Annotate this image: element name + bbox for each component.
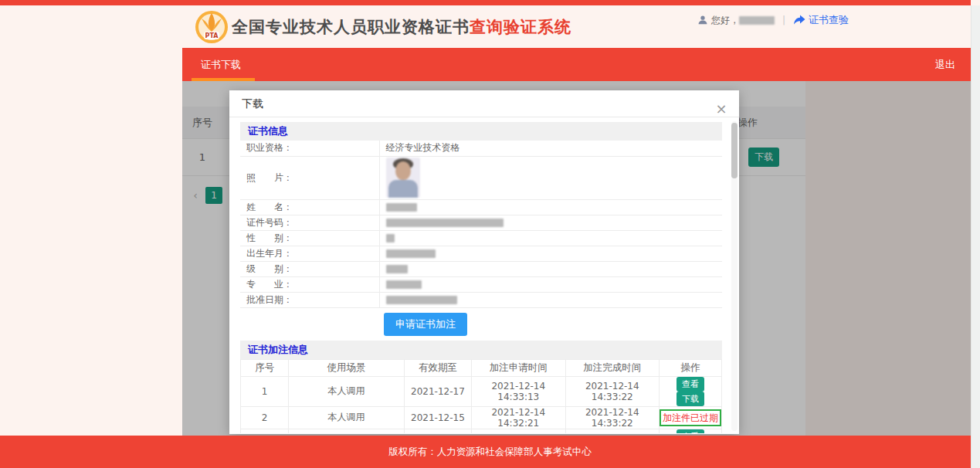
masked-major <box>386 280 422 289</box>
major-label: 专 业： <box>240 276 379 292</box>
share-arrow-icon <box>793 15 805 25</box>
birth-label: 出生年月： <box>240 246 379 261</box>
col-valid-until: 有效期至 <box>404 359 471 376</box>
gender-value <box>379 230 722 246</box>
approval-label: 批准日期： <box>240 292 379 307</box>
col-complete-time: 加注完成时间 <box>565 359 659 376</box>
applicant-photo <box>386 158 420 198</box>
view-button[interactable]: 查看 <box>677 377 704 392</box>
user-bar: 您好， | 证书查验 <box>697 13 849 27</box>
field-gender: 性 别： <box>240 230 722 246</box>
cell-complete-time: 2021-12-14 14:33:22 <box>565 376 659 406</box>
section-cert-info: 证书信息 <box>240 122 722 141</box>
cell-scene: 本人调用 <box>289 429 405 433</box>
field-id-number: 证件号码： <box>240 215 722 230</box>
cell-valid-until: 2021-12-16 <box>404 429 471 433</box>
field-major: 专 业： <box>240 276 722 292</box>
page-scrollbar[interactable] <box>971 5 980 468</box>
tab-cert-download[interactable]: 证书下载 <box>182 48 259 81</box>
masked-approval-date <box>386 296 457 304</box>
apply-annotation-button[interactable]: 申请证书加注 <box>384 313 467 336</box>
download-button[interactable]: 下载 <box>677 392 704 406</box>
page-title-main: 全国专业技术人员职业资格证书 <box>232 18 470 36</box>
page-header: PTA 全国专业技术人员职业资格证书查询验证系统 您好， | 证书查验 <box>182 5 971 48</box>
cell-complete-time: 2021-12-14 14:33:22 <box>565 406 659 429</box>
qualification-value: 经济专业技术资格 <box>379 141 722 156</box>
col-actions: 操作 <box>660 359 722 376</box>
section-annotation-info: 证书加注信息 <box>240 341 722 359</box>
gender-label: 性 别： <box>240 230 379 246</box>
cell-complete-time: 2021-12-14 14:33:22 <box>565 429 659 433</box>
cell-valid-until: 2021-12-17 <box>404 376 471 406</box>
id-label: 证件号码： <box>240 215 379 230</box>
cell-apply-time: 2021-12-14 14:32:02 <box>472 429 565 433</box>
masked-level <box>386 265 408 273</box>
page-title: 全国专业技术人员职业资格证书查询验证系统 <box>232 16 571 38</box>
cell-actions: 查看 下载 <box>660 376 722 406</box>
cell-apply-time: 2021-12-14 14:32:21 <box>472 406 565 429</box>
major-value <box>379 276 722 292</box>
field-name: 姓 名： <box>240 199 722 215</box>
cert-info-table: 职业资格： 经济专业技术资格 照 片： 姓 名： 证件号码： <box>240 141 722 308</box>
cell-scene: 本人调用 <box>289 406 405 429</box>
modal-scrollbar <box>731 121 738 431</box>
modal-body: 证书信息 职业资格： 经济专业技术资格 照 片： 姓 名： 证件号码： <box>229 117 739 433</box>
top-accent-strip <box>0 0 971 5</box>
annotation-row: 3 本人调用 2021-12-16 2021-12-14 14:32:02 20… <box>241 429 722 433</box>
level-label: 级 别： <box>240 261 379 276</box>
cell-scene: 本人调用 <box>289 376 405 406</box>
svg-text:PTA: PTA <box>205 32 219 39</box>
nav-bar: 证书下载 退出 <box>182 48 971 81</box>
masked-birth <box>386 249 436 258</box>
logout-button[interactable]: 退出 <box>935 48 955 81</box>
modal-scrollbar-thumb[interactable] <box>731 123 738 178</box>
modal-title: 下载 <box>242 97 263 110</box>
masked-name <box>386 203 417 212</box>
annotation-table-header: 序号 使用场景 有效期至 加注申请时间 加注完成时间 操作 <box>241 359 722 376</box>
col-apply-time: 加注申请时间 <box>472 359 565 376</box>
cell-actions: 查看 下载 <box>660 429 722 433</box>
copyright-text: 版权所有：人力资源和社会保障部人事考试中心 <box>388 446 592 457</box>
page-footer: 版权所有：人力资源和社会保障部人事考试中心 <box>0 436 980 468</box>
cert-verify-link[interactable]: 证书查验 <box>793 13 849 27</box>
col-scene: 使用场景 <box>289 359 405 376</box>
view-button[interactable]: 查看 <box>677 429 704 434</box>
cert-verify-label: 证书查验 <box>809 13 849 27</box>
masked-gender <box>386 234 395 242</box>
birth-value <box>379 246 722 261</box>
field-approval-date: 批准日期： <box>240 292 722 307</box>
annotation-table: 序号 使用场景 有效期至 加注申请时间 加注完成时间 操作 1 本人调用 202… <box>240 359 722 434</box>
tab-cert-download-label: 证书下载 <box>201 59 241 70</box>
field-level: 级 别： <box>240 261 722 276</box>
annotation-row: 1 本人调用 2021-12-17 2021-12-14 14:33:13 20… <box>241 376 722 406</box>
name-value <box>379 199 722 215</box>
modal-header: 下载 × <box>229 90 739 117</box>
divider: | <box>782 15 785 25</box>
cell-valid-until: 2021-12-15 <box>404 406 471 429</box>
photo-label: 照 片： <box>240 156 379 199</box>
field-birth: 出生年月： <box>240 246 722 261</box>
cell-seq: 1 <box>241 376 289 406</box>
brand: PTA 全国专业技术人员职业资格证书查询验证系统 <box>195 10 571 44</box>
cell-seq: 2 <box>241 406 289 429</box>
qualification-label: 职业资格： <box>240 141 379 156</box>
user-icon <box>697 15 708 25</box>
annotation-row: 2 本人调用 2021-12-15 2021-12-14 14:32:21 20… <box>241 406 722 429</box>
cell-seq: 3 <box>241 429 289 433</box>
pta-logo-icon: PTA <box>195 10 229 44</box>
cell-apply-time: 2021-12-14 14:33:13 <box>472 376 565 406</box>
col-seq: 序号 <box>241 359 289 376</box>
level-value <box>379 261 722 276</box>
id-value <box>379 215 722 230</box>
masked-id-number <box>386 219 504 227</box>
page-title-accent: 查询验证系统 <box>470 18 571 36</box>
download-modal: 下载 × 证书信息 职业资格： 经济专业技术资格 照 片： 姓 名： <box>229 90 739 434</box>
name-label: 姓 名： <box>240 199 379 215</box>
photo-cell <box>379 156 722 199</box>
field-qualification: 职业资格： 经济专业技术资格 <box>240 141 722 156</box>
expired-status-badge: 加注件已过期 <box>660 409 721 426</box>
masked-username <box>739 16 775 25</box>
cell-actions: 加注件已过期 <box>660 406 722 429</box>
greeting-text: 您好， <box>711 14 739 27</box>
approval-value <box>379 292 722 307</box>
